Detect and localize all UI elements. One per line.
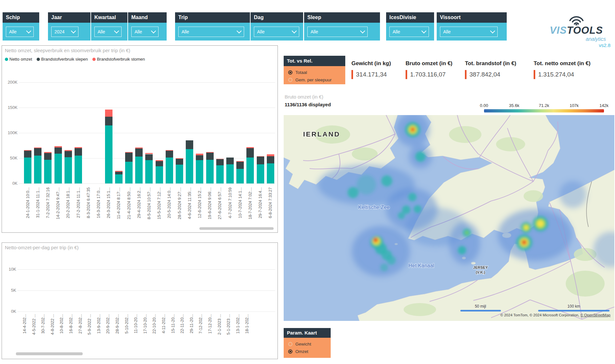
bar-segment[interactable] xyxy=(135,148,143,157)
x-axis-category-label: 2-1-2023 ... xyxy=(217,314,222,350)
bar-segment[interactable] xyxy=(196,160,203,183)
bar-segment[interactable] xyxy=(226,158,234,164)
bar-segment[interactable] xyxy=(135,147,143,148)
bar-segment[interactable] xyxy=(267,154,274,156)
x-axis-category-label: 5-10-202... xyxy=(124,314,129,350)
bar-segment[interactable] xyxy=(34,147,41,148)
bar-segment[interactable] xyxy=(156,166,163,183)
bar-segment[interactable] xyxy=(257,157,264,164)
bar-segment[interactable] xyxy=(186,149,193,183)
bar-segment[interactable] xyxy=(236,162,244,169)
bar-segment[interactable] xyxy=(75,147,82,148)
chart-netto-omzet-per-dag: Netto-omzet-per-dag per trip (in €) 0K5K… xyxy=(2,242,278,359)
slicer-schip-dropdown[interactable]: Alle xyxy=(6,27,34,37)
bar-segment[interactable] xyxy=(75,156,82,183)
slicer-vissoort-value: Alle xyxy=(443,29,451,34)
heatmap-canvas[interactable]: IERLAND Keltische Zee Het Kanaal JERSEY … xyxy=(284,115,614,321)
slicer-maand-dropdown[interactable]: Alle xyxy=(131,27,159,37)
bar-segment[interactable] xyxy=(75,148,82,156)
bar-segment[interactable] xyxy=(44,160,52,183)
radio-totaal[interactable]: Totaal xyxy=(288,69,345,76)
radio-gewicht[interactable]: Gewicht xyxy=(288,340,331,348)
kpi-accent-bar xyxy=(351,70,353,79)
slicer-sleep-dropdown[interactable]: Alle xyxy=(307,27,368,37)
bar-segment[interactable] xyxy=(236,169,244,183)
bar-segment[interactable] xyxy=(115,171,123,172)
bar-segment[interactable] xyxy=(34,148,41,156)
bar-segment[interactable] xyxy=(65,150,72,151)
kpi-tot-netto-omzet-title: Tot. netto omzet (in €) xyxy=(534,60,590,67)
bar-segment[interactable] xyxy=(196,154,203,155)
radio-gem-per-sleepuur[interactable]: Gem. per sleepuur xyxy=(288,76,345,84)
bar-segment[interactable] xyxy=(24,150,31,151)
x-axis-category-label: 4-5-2022 ... xyxy=(31,314,37,350)
bar-segment[interactable] xyxy=(145,154,153,160)
slicer-kwartaal-dropdown[interactable]: Alle xyxy=(94,27,122,37)
bar-segment[interactable] xyxy=(246,147,254,148)
bar-segment[interactable] xyxy=(176,165,183,183)
bar-segment[interactable] xyxy=(125,162,133,183)
bar-segment[interactable] xyxy=(54,146,62,148)
bar-segment[interactable] xyxy=(267,156,274,163)
bar-segment[interactable] xyxy=(65,151,72,157)
slicer-vissoort-title: Vissoort xyxy=(437,12,507,23)
bar-segment[interactable] xyxy=(166,158,173,183)
bar-segment[interactable] xyxy=(65,157,72,183)
bar-segment[interactable] xyxy=(135,157,143,183)
bar-segment[interactable] xyxy=(176,158,183,159)
x-axis-category-label: 28-9-202... xyxy=(115,314,120,350)
bar-segment[interactable] xyxy=(216,159,224,165)
bar-segment[interactable] xyxy=(166,150,173,151)
slicer-icesdivisie-dropdown[interactable]: Alle xyxy=(389,27,429,37)
bar-segment[interactable] xyxy=(186,140,193,149)
bar-segment[interactable] xyxy=(115,172,123,174)
bar-segment[interactable] xyxy=(115,174,123,183)
bar-segment[interactable] xyxy=(196,155,203,160)
chart1-horizontal-scrollbar[interactable] xyxy=(199,227,274,230)
bar-segment[interactable] xyxy=(267,163,274,183)
slicer-vissoort-dropdown[interactable]: Alle xyxy=(440,27,498,37)
bar-segment[interactable] xyxy=(24,151,31,158)
bar-segment[interactable] xyxy=(125,153,133,162)
bar-segment[interactable] xyxy=(246,148,254,158)
bar-segment[interactable] xyxy=(44,152,52,153)
slicer-dag-dropdown[interactable]: Alle xyxy=(254,27,299,37)
radio-omzet[interactable]: Omzet xyxy=(288,348,331,355)
bar-segment[interactable] xyxy=(125,152,133,153)
bar-segment[interactable] xyxy=(226,164,234,183)
gridline xyxy=(18,290,275,291)
x-axis-category-label: 27-8-202... xyxy=(78,314,83,350)
slicer-jaar-dropdown[interactable]: 2024 xyxy=(51,27,78,37)
bar-segment[interactable] xyxy=(105,110,112,117)
bar-segment[interactable] xyxy=(206,153,214,160)
bar-segment[interactable] xyxy=(257,164,264,183)
bar-segment[interactable] xyxy=(24,158,31,183)
bar-segment[interactable] xyxy=(145,153,153,154)
bar-segment[interactable] xyxy=(54,147,62,154)
bar-segment[interactable] xyxy=(166,151,173,158)
bar-segment[interactable] xyxy=(105,117,112,125)
bar-segment[interactable] xyxy=(236,161,244,162)
bar-segment[interactable] xyxy=(216,165,224,183)
bar-segment[interactable] xyxy=(176,159,183,165)
chart2-horizontal-scrollbar[interactable] xyxy=(16,352,83,355)
bar-segment[interactable] xyxy=(206,152,214,153)
slicer-sleep-value: Alle xyxy=(311,29,318,34)
x-axis-category-label: 10-7-2024 14:1... xyxy=(238,187,243,229)
attribution-openstreetmap-link[interactable]: © OpenStreetMap xyxy=(580,313,610,317)
bar-segment[interactable] xyxy=(54,154,62,183)
bar-segment[interactable] xyxy=(44,153,52,159)
bar-segment[interactable] xyxy=(206,160,214,183)
bar-segment[interactable] xyxy=(105,125,112,183)
bar-segment[interactable] xyxy=(257,156,264,157)
bar-segment[interactable] xyxy=(156,161,163,166)
bar-segment[interactable] xyxy=(145,160,153,183)
radio-selected-icon xyxy=(288,349,292,354)
bar-segment[interactable] xyxy=(156,160,163,161)
slicer-trip-dropdown[interactable]: Alle xyxy=(178,27,244,37)
kpi-accent-bar xyxy=(534,70,535,79)
bar-segment[interactable] xyxy=(34,156,41,183)
slicer-trip-title: Trip xyxy=(175,12,250,23)
bar-segment[interactable] xyxy=(216,159,224,159)
bar-segment[interactable] xyxy=(246,158,254,183)
